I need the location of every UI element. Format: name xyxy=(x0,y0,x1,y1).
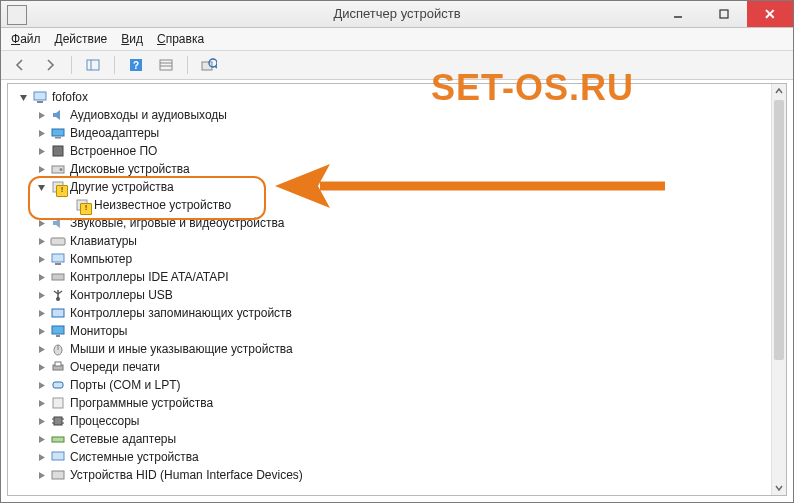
expand-icon[interactable] xyxy=(36,452,46,462)
scrollbar-thumb[interactable] xyxy=(774,100,784,360)
menu-action[interactable]: Действие xyxy=(55,32,108,46)
expand-icon[interactable] xyxy=(36,308,46,318)
category-disk-drives[interactable]: Дисковые устройства xyxy=(12,160,772,178)
tree-spacer xyxy=(60,200,70,210)
expand-icon[interactable] xyxy=(36,272,46,282)
minimize-icon xyxy=(673,9,683,19)
help-button[interactable]: ? xyxy=(123,53,149,77)
device-manager-window: Диспетчер устройств ✕ Файл Действие Вид … xyxy=(0,0,794,503)
category-system-devices[interactable]: Системные устройства xyxy=(12,448,772,466)
category-ide-ata[interactable]: Контроллеры IDE ATA/ATAPI xyxy=(12,268,772,286)
category-firmware[interactable]: Встроенное ПО xyxy=(12,142,772,160)
svg-rect-43 xyxy=(52,437,64,442)
printer-icon xyxy=(50,359,66,375)
display-adapter-icon xyxy=(50,125,66,141)
category-hid[interactable]: Устройства HID (Human Interface Devices) xyxy=(12,466,772,484)
hid-icon xyxy=(50,467,66,483)
svg-rect-44 xyxy=(52,452,64,460)
category-label: Встроенное ПО xyxy=(70,144,157,158)
collapse-icon[interactable] xyxy=(36,182,46,192)
device-tree[interactable]: fofofox Аудиовходы и аудиовыходы Видеоад… xyxy=(8,88,772,484)
svg-rect-35 xyxy=(55,362,61,366)
show-hide-console-button[interactable] xyxy=(80,53,106,77)
category-mice[interactable]: Мыши и иные указывающие устройства xyxy=(12,340,772,358)
storage-controller-icon xyxy=(50,305,66,321)
category-video-adapters[interactable]: Видеоадаптеры xyxy=(12,124,772,142)
window-buttons: ✕ xyxy=(655,1,793,27)
expand-icon[interactable] xyxy=(36,110,46,120)
category-audio[interactable]: Аудиовходы и аудиовыходы xyxy=(12,106,772,124)
separator xyxy=(187,56,188,74)
scroll-down-button[interactable] xyxy=(772,481,786,495)
category-sound-game-video[interactable]: Звуковые, игровые и видеоустройства xyxy=(12,214,772,232)
menu-view[interactable]: Вид xyxy=(121,32,143,46)
maximize-button[interactable] xyxy=(701,1,747,27)
keyboard-icon xyxy=(50,233,66,249)
expand-icon[interactable] xyxy=(36,290,46,300)
category-label: Очереди печати xyxy=(70,360,160,374)
category-ports[interactable]: Порты (COM и LPT) xyxy=(12,376,772,394)
minimize-button[interactable] xyxy=(655,1,701,27)
category-label: Компьютер xyxy=(70,252,132,266)
expand-icon[interactable] xyxy=(36,128,46,138)
scan-hardware-icon xyxy=(201,58,217,72)
close-button[interactable]: ✕ xyxy=(747,1,793,27)
expand-icon[interactable] xyxy=(36,398,46,408)
expand-icon[interactable] xyxy=(36,362,46,372)
scroll-up-button[interactable] xyxy=(772,84,786,98)
tree-root-label: fofofox xyxy=(52,90,88,104)
category-software-devices[interactable]: Программные устройства xyxy=(12,394,772,412)
category-label: Мыши и иные указывающие устройства xyxy=(70,342,293,356)
expand-icon[interactable] xyxy=(36,164,46,174)
expand-icon[interactable] xyxy=(36,254,46,264)
category-label: Клавиатуры xyxy=(70,234,137,248)
category-usb-controllers[interactable]: Контроллеры USB xyxy=(12,286,772,304)
expand-icon[interactable] xyxy=(36,218,46,228)
category-processors[interactable]: Процессоры xyxy=(12,412,772,430)
category-network-adapters[interactable]: Сетевые адаптеры xyxy=(12,430,772,448)
other-devices-icon: ! xyxy=(50,179,66,195)
separator xyxy=(114,56,115,74)
expand-icon[interactable] xyxy=(36,380,46,390)
menu-file[interactable]: Файл xyxy=(11,32,41,46)
maximize-icon xyxy=(719,9,729,19)
expand-icon[interactable] xyxy=(36,470,46,480)
vertical-scrollbar[interactable] xyxy=(771,84,786,495)
expand-icon[interactable] xyxy=(36,434,46,444)
category-print-queues[interactable]: Очереди печати xyxy=(12,358,772,376)
menu-help[interactable]: Справка xyxy=(157,32,204,46)
expand-icon[interactable] xyxy=(36,416,46,426)
category-label: Звуковые, игровые и видеоустройства xyxy=(70,216,284,230)
expand-icon[interactable] xyxy=(36,236,46,246)
category-label: Порты (COM и LPT) xyxy=(70,378,181,392)
category-storage-controllers[interactable]: Контроллеры запоминающих устройств xyxy=(12,304,772,322)
svg-rect-15 xyxy=(55,137,61,139)
properties-button[interactable] xyxy=(153,53,179,77)
category-label: Контроллеры запоминающих устройств xyxy=(70,306,292,320)
category-keyboards[interactable]: Клавиатуры xyxy=(12,232,772,250)
expand-icon[interactable] xyxy=(36,326,46,336)
sound-icon xyxy=(50,215,66,231)
forward-button[interactable] xyxy=(37,53,63,77)
collapse-icon[interactable] xyxy=(18,92,28,102)
category-label: Программные устройства xyxy=(70,396,213,410)
scan-hardware-button[interactable] xyxy=(196,53,222,77)
category-monitors[interactable]: Мониторы xyxy=(12,322,772,340)
ide-controller-icon xyxy=(50,269,66,285)
svg-line-11 xyxy=(215,66,217,68)
category-label: Аудиовходы и аудиовыходы xyxy=(70,108,227,122)
menubar: Файл Действие Вид Справка xyxy=(1,28,793,51)
svg-rect-31 xyxy=(56,335,60,337)
tree-root[interactable]: fofofox xyxy=(12,88,772,106)
device-unknown[interactable]: ! Неизвестное устройство xyxy=(12,196,772,214)
category-computer[interactable]: Компьютер xyxy=(12,250,772,268)
expand-icon[interactable] xyxy=(36,146,46,156)
monitor-icon xyxy=(50,323,66,339)
category-label: Контроллеры USB xyxy=(70,288,173,302)
close-icon: ✕ xyxy=(764,6,776,22)
firmware-icon xyxy=(50,143,66,159)
expand-icon[interactable] xyxy=(36,344,46,354)
computer-icon xyxy=(50,251,66,267)
category-other-devices[interactable]: ! Другие устройства xyxy=(12,178,772,196)
back-button[interactable] xyxy=(7,53,33,77)
